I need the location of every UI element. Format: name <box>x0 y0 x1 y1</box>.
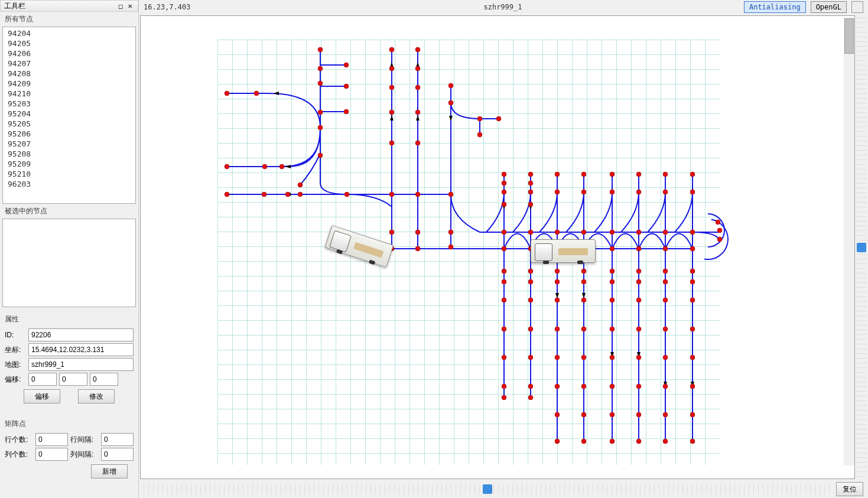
id-input[interactable] <box>28 328 134 341</box>
map-canvas[interactable] <box>140 15 855 479</box>
list-item[interactable]: 96203 <box>3 179 135 189</box>
list-item[interactable]: 94207 <box>3 58 135 69</box>
list-item[interactable]: 94204 <box>3 28 135 38</box>
svg-point-51 <box>502 279 506 284</box>
svg-point-5 <box>225 192 229 197</box>
svg-point-118 <box>663 172 668 177</box>
svg-point-114 <box>636 355 641 360</box>
zoom-vslider[interactable] <box>856 15 867 479</box>
svg-point-83 <box>581 190 586 194</box>
svg-point-4 <box>279 164 284 169</box>
offset-x-input[interactable] <box>28 373 57 386</box>
offset-y-input[interactable] <box>59 373 87 386</box>
svg-point-92 <box>581 412 586 417</box>
svg-point-18 <box>344 84 349 89</box>
svg-point-142 <box>716 220 720 224</box>
svg-point-87 <box>581 279 586 284</box>
svg-point-72 <box>555 230 560 235</box>
svg-point-58 <box>528 181 533 185</box>
svg-point-44 <box>502 172 506 177</box>
list-item[interactable]: 94209 <box>3 79 135 89</box>
svg-point-103 <box>610 384 615 389</box>
svg-point-10 <box>318 153 323 158</box>
cols-count-input[interactable] <box>35 448 68 461</box>
svg-point-69 <box>528 395 533 400</box>
list-item[interactable]: 94208 <box>3 69 135 79</box>
svg-point-131 <box>690 190 695 194</box>
svg-point-80 <box>555 412 560 417</box>
list-item[interactable]: 95205 <box>3 119 135 129</box>
svg-point-40 <box>448 245 453 249</box>
all-nodes-list[interactable]: 9420494205942069420794208942099421095203… <box>2 27 136 204</box>
svg-point-3 <box>262 164 267 169</box>
svg-point-75 <box>555 279 560 284</box>
antialiasing-toggle[interactable]: Antialiasing <box>744 1 806 13</box>
svg-point-33 <box>415 192 420 197</box>
list-item[interactable]: 95210 <box>3 169 135 179</box>
svg-point-133 <box>690 246 695 251</box>
list-item[interactable]: 95206 <box>3 129 135 139</box>
list-item[interactable]: 94206 <box>3 48 135 58</box>
svg-point-98 <box>610 269 615 274</box>
svg-point-61 <box>528 230 533 235</box>
offset-button[interactable]: 偏移 <box>24 389 60 403</box>
close-icon[interactable]: ✕ <box>126 2 134 10</box>
svg-point-31 <box>415 110 420 115</box>
svg-point-84 <box>581 230 586 235</box>
svg-point-144 <box>717 237 722 242</box>
svg-point-26 <box>389 230 394 235</box>
svg-point-2 <box>225 164 229 169</box>
row-gap-input[interactable] <box>101 433 134 446</box>
coord-input[interactable] <box>28 343 134 356</box>
rows-count-input[interactable] <box>35 433 68 446</box>
svg-point-30 <box>415 85 420 90</box>
svg-point-16 <box>318 125 323 130</box>
svg-point-24 <box>389 141 394 145</box>
svg-point-45 <box>502 181 506 185</box>
svg-point-55 <box>502 384 506 389</box>
svg-point-141 <box>690 439 695 444</box>
undock-icon[interactable]: ◻ <box>116 2 125 10</box>
add-matrix-button[interactable]: 新增 <box>91 464 128 479</box>
svg-point-119 <box>663 190 668 194</box>
svg-point-126 <box>663 355 668 360</box>
map-input[interactable] <box>28 358 134 371</box>
list-item[interactable]: 95209 <box>3 159 135 169</box>
list-item[interactable]: 95208 <box>3 149 135 159</box>
svg-point-121 <box>663 246 668 251</box>
svg-point-102 <box>610 355 615 360</box>
svg-point-99 <box>610 279 615 284</box>
svg-point-91 <box>581 384 586 389</box>
reset-button[interactable]: 复位 <box>836 482 863 496</box>
extra-toggle[interactable] <box>851 1 863 13</box>
svg-point-52 <box>502 298 506 302</box>
selected-nodes-list[interactable] <box>2 219 136 307</box>
svg-point-95 <box>610 190 615 194</box>
list-item[interactable]: 95203 <box>3 99 135 109</box>
zoom-hslider[interactable] <box>144 484 831 494</box>
svg-point-82 <box>581 172 586 177</box>
matrix-panel: 矩阵点 行个数: 行间隔: 列个数: 列间隔: 新增 <box>2 414 136 484</box>
svg-point-11 <box>344 192 349 197</box>
offset-label: 偏移: <box>5 375 26 385</box>
rows-count-label: 行个数: <box>5 435 33 445</box>
list-item[interactable]: 95204 <box>3 109 135 119</box>
svg-point-90 <box>581 355 586 360</box>
svg-point-136 <box>690 298 695 302</box>
svg-point-115 <box>636 384 641 389</box>
svg-point-122 <box>663 269 668 274</box>
svg-point-19 <box>344 109 349 114</box>
list-item[interactable]: 94210 <box>3 89 135 99</box>
svg-point-112 <box>636 298 641 302</box>
canvas-vscroll[interactable] <box>844 17 854 466</box>
offset-z-input[interactable] <box>90 373 118 386</box>
opengl-toggle[interactable]: OpenGL <box>811 1 847 13</box>
list-item[interactable]: 94205 <box>3 38 135 48</box>
modify-button[interactable]: 修改 <box>78 389 115 403</box>
col-gap-input[interactable] <box>101 448 134 461</box>
list-item[interactable]: 95207 <box>3 139 135 149</box>
id-label: ID: <box>5 331 26 339</box>
vehicle-2 <box>531 239 596 263</box>
svg-point-124 <box>663 298 668 302</box>
svg-point-41 <box>477 116 482 121</box>
